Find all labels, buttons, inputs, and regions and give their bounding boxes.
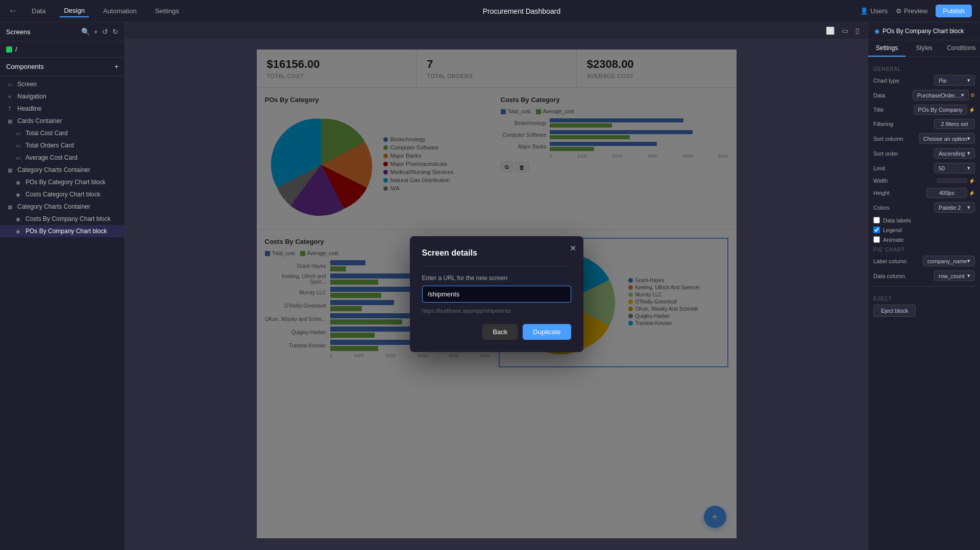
sidebar-header: Screens 🔍 + ↺ ↻ [0, 22, 125, 41]
left-sidebar: Screens 🔍 + ↺ ↻ / Components + ▭ Screen … [0, 22, 125, 550]
headline-icon: T [6, 105, 13, 112]
sort-column-label: Sort column [873, 136, 903, 142]
add-component-button[interactable]: + [114, 63, 118, 70]
preview-link[interactable]: ⚙ Preview [896, 7, 927, 15]
sort-column-row: Sort column Choose an option▾ [873, 133, 975, 144]
screen-path-label: / [15, 45, 17, 53]
nav-automation[interactable]: Automation [99, 5, 141, 17]
components-label: Components [6, 63, 44, 70]
undo-button[interactable]: ↺ [102, 28, 108, 36]
nav-design[interactable]: Design [60, 5, 88, 17]
modal-back-button[interactable]: Back [482, 324, 518, 340]
main-layout: Screens 🔍 + ↺ ↻ / Components + ▭ Screen … [0, 22, 980, 550]
comp-costs-category[interactable]: ◉ Costs Category Chart block [0, 188, 125, 201]
eject-block-button[interactable]: Eject block [873, 305, 916, 317]
filtering-label: Filtering [873, 121, 893, 127]
title-lightning-icon[interactable]: ⚡ [969, 107, 975, 113]
data-settings-icon[interactable]: ⚙ [970, 92, 975, 98]
nav-data[interactable]: Data [28, 5, 50, 17]
top-nav: ← Data Design Automation Settings Procur… [0, 0, 980, 22]
tablet-view-icon[interactable]: ▭ [840, 26, 850, 36]
comp-cards-container[interactable]: ▦ Cards Container [0, 115, 125, 127]
legend-row: Legend [873, 227, 975, 233]
modal-duplicate-button[interactable]: Duplicate [523, 324, 571, 340]
modal-preview-url: https://budibase.app/app/shipments [422, 308, 571, 314]
sort-order-label: Sort order [873, 151, 898, 157]
sort-column-dropdown[interactable]: Choose an option▾ [919, 133, 975, 144]
chart-type-label: Chart type [873, 78, 899, 84]
animate-row: Animate [873, 236, 975, 243]
screen-path[interactable]: / [0, 41, 125, 58]
search-icon[interactable]: 🔍 [81, 28, 90, 36]
chart-icon4: ◉ [14, 179, 21, 186]
top-right-actions: 👤 Users ⚙ Preview Publish [860, 5, 972, 17]
comp-average-cost-card[interactable]: ▭ Average Cost Card [0, 152, 125, 164]
sort-order-row: Sort order Ascending▾ [873, 148, 975, 159]
modal-url-input[interactable] [422, 286, 571, 303]
comp-screen[interactable]: ▭ Screen [0, 78, 125, 90]
filtering-row: Filtering 2 filters set [873, 119, 975, 129]
height-label: Height [873, 190, 890, 196]
tab-styles[interactable]: Styles [905, 40, 943, 57]
data-row: Data PurchaseOrder....▾ ⚙ [873, 90, 975, 101]
back-button[interactable]: ← [8, 6, 17, 16]
right-panel-header: ◉ POs By Company Chart block [868, 22, 980, 40]
comp-headline[interactable]: T Headline [0, 103, 125, 115]
right-panel: ◉ POs By Company Chart block Settings St… [868, 22, 980, 550]
card-icon: ▭ [14, 130, 21, 137]
colors-label: Colors [873, 205, 890, 211]
height-lightning-icon[interactable]: ⚡ [969, 190, 975, 196]
view-icons: ⬜ ▭ ▯ [824, 26, 862, 36]
modal-overlay: ✕ Screen details Enter a URL for the new… [257, 49, 737, 538]
tab-settings[interactable]: Settings [868, 40, 905, 57]
data-field-group: PurchaseOrder....▾ ⚙ [913, 90, 975, 101]
title-field-label: Title [873, 107, 884, 113]
nav-icon: ≡ [6, 93, 13, 100]
comp-total-cost-card[interactable]: ▭ Total Cost Card [0, 127, 125, 139]
chart-icon5: ◉ [14, 191, 21, 198]
modal-close-button[interactable]: ✕ [570, 243, 576, 253]
mobile-view-icon[interactable]: ▯ [853, 26, 862, 36]
panel-body: GENERAL Chart type Pie▾ Data PurchaseOrd… [868, 57, 980, 550]
add-screen-button[interactable]: + [94, 28, 98, 36]
title-field-value[interactable]: POs By Company [914, 105, 967, 115]
label-column-dropdown[interactable]: company_name▾ [923, 256, 975, 266]
legend-checkbox[interactable] [873, 227, 880, 233]
comp-pos-by-category[interactable]: ◉ POs By Category Chart block [0, 176, 125, 188]
desktop-view-icon[interactable]: ⬜ [824, 26, 837, 36]
sort-order-dropdown[interactable]: Ascending▾ [934, 148, 975, 159]
comp-navigation[interactable]: ≡ Navigation [0, 90, 125, 103]
height-field-group: 400px ⚡ [926, 188, 975, 198]
comp-costs-by-company[interactable]: ◉ Costs By Company Chart block [0, 213, 125, 225]
chart-type-dropdown[interactable]: Pie▾ [934, 75, 975, 86]
block-icon: ◉ [874, 28, 879, 35]
limit-dropdown[interactable]: 50▾ [934, 163, 975, 173]
filtering-value[interactable]: 2 filters set [934, 119, 975, 129]
tab-conditions[interactable]: Conditions [943, 40, 980, 57]
width-value[interactable] [937, 179, 967, 183]
users-link[interactable]: 👤 Users [860, 7, 888, 15]
colors-dropdown[interactable]: Palette 2▾ [934, 202, 975, 213]
data-column-dropdown[interactable]: row_count▾ [934, 270, 975, 281]
animate-checkbox[interactable] [873, 236, 880, 243]
modal-title: Screen details [422, 248, 571, 258]
nav-settings[interactable]: Settings [151, 5, 183, 17]
width-field-group: ⚡ [937, 178, 975, 184]
data-label: Data [873, 92, 885, 98]
comp-pos-by-company[interactable]: ◉ POs By Company Chart block [0, 225, 125, 237]
comp-category-charts[interactable]: ▦ Category Charts Container [0, 164, 125, 176]
comp-category-charts2[interactable]: ▦ Category Charts Container [0, 201, 125, 213]
width-lightning-icon[interactable]: ⚡ [969, 178, 975, 184]
card-icon3: ▭ [14, 154, 21, 161]
pie-chart-section-label: PIE CHART [873, 247, 975, 253]
charts-icon: ▦ [6, 166, 13, 173]
publish-button[interactable]: Publish [936, 5, 972, 17]
data-dropdown[interactable]: PurchaseOrder....▾ [913, 90, 969, 101]
screens-label: Screens [6, 28, 31, 36]
data-labels-row: Data labels [873, 217, 975, 223]
data-labels-checkbox[interactable] [873, 217, 880, 223]
redo-button[interactable]: ↻ [112, 28, 118, 36]
eject-section-label: EJECT [873, 296, 975, 302]
height-value[interactable]: 400px [926, 188, 967, 198]
comp-total-orders-card[interactable]: ▭ Total Orders Card [0, 139, 125, 152]
